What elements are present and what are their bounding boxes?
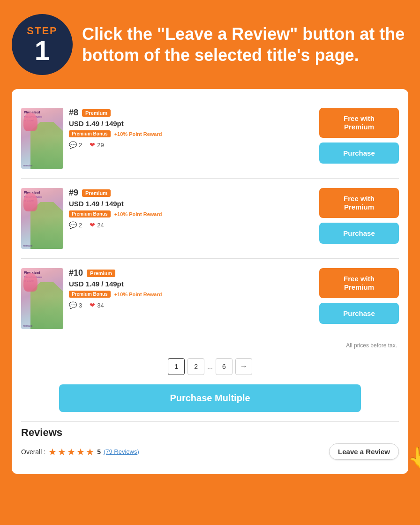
- stars-row: ★ ★ ★ ★ ★: [48, 446, 94, 458]
- premium-bonus-badge-9: Premium Bonus: [69, 210, 111, 218]
- stats-row-8: 💬 2 ❤ 29: [69, 141, 314, 149]
- book-price-8: USD 1.49 / 149pt: [69, 120, 314, 128]
- like-count-9: 24: [97, 222, 104, 229]
- comment-count-9: 2: [79, 222, 82, 229]
- premium-bonus-badge-10: Premium Bonus: [69, 291, 111, 298]
- stats-row-9: 💬 2 ❤ 24: [69, 221, 314, 229]
- book-actions-10: Free withPremium Purchase: [319, 268, 399, 324]
- like-count-8: 29: [97, 142, 104, 149]
- book-number-8: #8: [69, 108, 78, 118]
- purchase-button-10[interactable]: Purchase: [319, 303, 399, 324]
- heart-icon-10: ❤: [90, 301, 95, 309]
- main-card: Plus-sized Misadventures in Love! mamako…: [12, 89, 408, 474]
- leave-review-button[interactable]: Leave a Review: [329, 443, 399, 460]
- reviews-title: Reviews: [21, 427, 399, 439]
- star-2: ★: [58, 446, 66, 458]
- free-premium-button-10[interactable]: Free withPremium: [319, 268, 399, 298]
- comment-stat-10: 💬 3: [69, 301, 82, 309]
- book-number-9: #9: [69, 188, 78, 198]
- book-info-9: #9 Premium USD 1.49 / 149pt Premium Bonu…: [69, 188, 314, 229]
- tax-note: All prices before tax.: [21, 342, 399, 349]
- book-item-10: Plus-sized Misadventures in Love! mamako…: [21, 259, 399, 338]
- book-cover-9: Plus-sized Misadventures in Love! mamako…: [21, 188, 63, 249]
- purchase-multiple-button[interactable]: Purchase Multiple: [59, 384, 361, 412]
- hand-cursor-icon: 👆: [407, 448, 420, 467]
- premium-badge-8: Premium: [82, 109, 111, 117]
- free-premium-button-8[interactable]: Free withPremium: [319, 108, 399, 138]
- star-5: ★: [86, 446, 94, 458]
- book-title-row-9: #9 Premium: [69, 188, 314, 198]
- page-2-button[interactable]: 2: [188, 358, 204, 375]
- step-number: 1: [35, 37, 50, 64]
- page-dots: ...: [207, 363, 213, 370]
- instruction-text: Click the "Leave a Review" button at the…: [82, 23, 408, 66]
- next-page-button[interactable]: →: [235, 358, 252, 375]
- book-price-10: USD 1.49 / 149pt: [69, 280, 314, 288]
- page-1-button[interactable]: 1: [168, 358, 185, 375]
- page-6-button[interactable]: 6: [216, 358, 232, 375]
- heart-icon-9: ❤: [90, 221, 95, 229]
- book-info-10: #10 Premium USD 1.49 / 149pt Premium Bon…: [69, 268, 314, 309]
- comment-stat-9: 💬 2: [69, 221, 82, 229]
- bonus-row-9: Premium Bonus +10% Point Reward: [69, 210, 314, 218]
- book-item-9: Plus-sized Misadventures in Love! mamako…: [21, 179, 399, 259]
- book-title-row-10: #10 Premium: [69, 268, 314, 278]
- leave-review-area: Leave a Review 👆: [329, 443, 399, 460]
- heart-icon-8: ❤: [90, 141, 95, 149]
- reviews-section: Reviews Overall : ★ ★ ★ ★ ★ 5 (79 Review…: [21, 421, 399, 460]
- reviews-overall-row: Overall : ★ ★ ★ ★ ★ 5 (79 Reviews) Leave…: [21, 443, 399, 460]
- comment-icon-9: 💬: [69, 221, 77, 229]
- premium-badge-9: Premium: [82, 189, 111, 197]
- overall-label: Overall :: [21, 448, 45, 456]
- point-reward-10: +10% Point Reward: [114, 292, 162, 297]
- star-3: ★: [67, 446, 75, 458]
- comment-icon-10: 💬: [69, 301, 77, 309]
- step-circle: STEP 1: [12, 14, 73, 75]
- book-title-row-8: #8 Premium: [69, 108, 314, 118]
- book-actions-9: Free withPremium Purchase: [319, 188, 399, 244]
- star-1: ★: [48, 446, 57, 458]
- star-4: ★: [76, 446, 85, 458]
- book-item-8: Plus-sized Misadventures in Love! mamako…: [21, 98, 399, 179]
- comment-count-10: 3: [79, 302, 82, 309]
- book-cover-8: Plus-sized Misadventures in Love! mamako…: [21, 108, 63, 169]
- cursor-decoration: 👆: [407, 439, 420, 467]
- rating-score: 5: [97, 448, 101, 456]
- pagination: 1 2 ... 6 →: [21, 358, 399, 375]
- point-reward-9: +10% Point Reward: [114, 211, 162, 217]
- like-stat-9: ❤ 24: [90, 221, 104, 229]
- purchase-button-8[interactable]: Purchase: [319, 142, 399, 164]
- book-info-8: #8 Premium USD 1.49 / 149pt Premium Bonu…: [69, 108, 314, 149]
- like-stat-10: ❤ 34: [90, 301, 104, 309]
- free-premium-button-9[interactable]: Free withPremium: [319, 188, 399, 218]
- premium-badge-10: Premium: [87, 270, 115, 277]
- comment-icon-8: 💬: [69, 141, 77, 149]
- book-number-10: #10: [69, 268, 83, 278]
- stats-row-10: 💬 3 ❤ 34: [69, 301, 314, 309]
- like-stat-8: ❤ 29: [90, 141, 104, 149]
- comment-count-8: 2: [79, 142, 82, 149]
- overall-left: Overall : ★ ★ ★ ★ ★ 5 (79 Reviews): [21, 446, 139, 458]
- premium-bonus-badge-8: Premium Bonus: [69, 130, 111, 137]
- book-actions-8: Free withPremium Purchase: [319, 108, 399, 164]
- books-list: Plus-sized Misadventures in Love! mamako…: [21, 98, 399, 338]
- purchase-button-9[interactable]: Purchase: [319, 223, 399, 244]
- comment-stat-8: 💬 2: [69, 141, 82, 149]
- book-cover-10: Plus-sized Misadventures in Love! mamako…: [21, 268, 63, 329]
- page-header: STEP 1 Click the "Leave a Review" button…: [12, 14, 408, 75]
- bonus-row-8: Premium Bonus +10% Point Reward: [69, 130, 314, 137]
- like-count-10: 34: [97, 302, 104, 309]
- bonus-row-10: Premium Bonus +10% Point Reward: [69, 291, 314, 298]
- review-count-link[interactable]: (79 Reviews): [104, 448, 139, 455]
- point-reward-8: +10% Point Reward: [114, 131, 162, 137]
- book-price-9: USD 1.49 / 149pt: [69, 200, 314, 208]
